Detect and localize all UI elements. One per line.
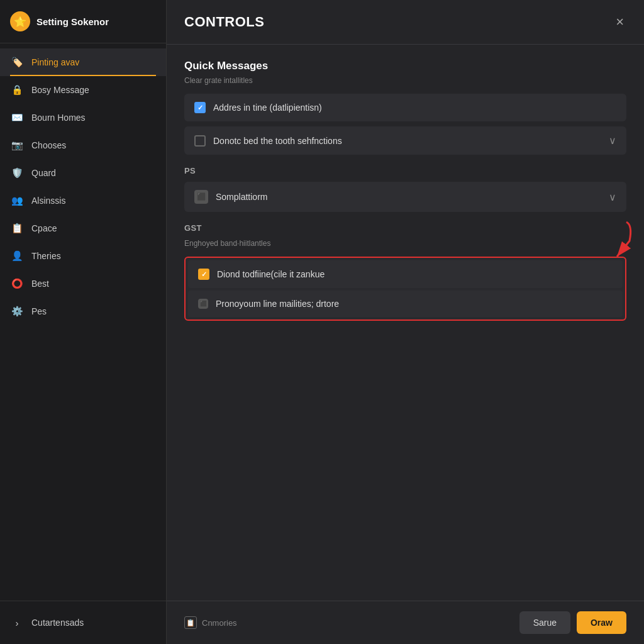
sidebar-item-best[interactable]: ⭕ Best (0, 270, 166, 297)
footer-info-icon: 📋 (184, 616, 197, 629)
nav-icon-bosy: 🔒 (10, 83, 24, 97)
panel-header: CONTROLS × (167, 0, 644, 45)
nav-icon-best: ⭕ (10, 277, 24, 291)
option-label-2: Donotc bed the tooth sehfnctions (213, 136, 601, 146)
highlighted-options-box: Diond todfiine(cile it zankue ⬛ Pronoyou… (184, 257, 626, 321)
ps-dropdown-row[interactable]: ⬛ Somplattiorm ∨ (184, 182, 626, 212)
sidebar-item-bourn[interactable]: ✉️ Bourn Homes (0, 104, 166, 131)
sidebar: ⭐ Setting Sokenor 🏷️ Pinting avav 🔒 Bosy… (0, 0, 167, 644)
sidebar-item-pes[interactable]: ⚙️ Pes (0, 297, 166, 325)
sidebar-item-theries[interactable]: 👤 Theries (0, 242, 166, 270)
nav-label-chooses: Chooses (31, 140, 66, 150)
chevron-down-icon-2: ∨ (609, 191, 616, 203)
gst-option-row-1[interactable]: Diond todfiine(cile it zankue (188, 260, 623, 288)
nav-label-quard: Quard (31, 168, 56, 178)
chevron-down-icon-1: ∨ (609, 135, 616, 147)
highlighted-section-container: Diond todfiine(cile it zankue ⬛ Pronoyou… (184, 257, 626, 321)
gst-section: GST Enghoyed band·hiitlantles Diond tod (184, 223, 626, 321)
quick-messages-title: Quick Messages (184, 60, 626, 72)
sidebar-item-pinting[interactable]: 🏷️ Pinting avav (0, 48, 166, 76)
gst-label: GST (184, 223, 626, 233)
footer-info-label: Cnmories (202, 618, 237, 628)
app-logo: ⭐ (10, 11, 30, 31)
nav-label-bosy: Bosy Message (31, 85, 89, 95)
nav-icon-pinting: 🏷️ (10, 55, 24, 69)
sidebar-item-chooses[interactable]: 📷 Chooses (0, 131, 166, 159)
nav-icon-quard: 🛡️ (10, 166, 24, 180)
nav-label-best: Best (31, 279, 49, 289)
main-panel: CONTROLS × Quick Messages Clear grate in… (167, 0, 644, 644)
nav-label-bourn: Bourn Homes (31, 113, 86, 123)
ps-dropdown-icon: ⬛ (194, 190, 208, 204)
sidebar-bottom-label: Cutartensads (31, 618, 84, 628)
chevron-right-icon: › (10, 616, 24, 630)
nav-label-pes: Pes (31, 306, 47, 316)
panel-body: Quick Messages Clear grate intallitles A… (167, 45, 644, 601)
option-row-1[interactable]: Addres in tine (datlipientisn) (184, 94, 626, 121)
option-row-2[interactable]: Donotc bed the tooth sehfnctions ∨ (184, 126, 626, 155)
footer-buttons: Sarue Oraw (519, 611, 626, 634)
nav-icon-pes: ⚙️ (10, 304, 24, 318)
sidebar-item-cpace[interactable]: 📋 Cpace (0, 214, 166, 242)
panel-title: CONTROLS (184, 14, 264, 30)
nav-icon-chooses: 📷 (10, 138, 24, 152)
nav-label-cpace: Cpace (31, 223, 57, 233)
quick-messages-subtitle: Clear grate intallitles (184, 76, 626, 85)
nav-icon-cpace: 📋 (10, 221, 24, 235)
sidebar-item-quard[interactable]: 🛡️ Quard (0, 159, 166, 187)
save-button[interactable]: Sarue (519, 611, 570, 634)
sidebar-item-cutartensads[interactable]: › Cutartensads (10, 609, 156, 636)
nav-label-pinting: Pinting avav (31, 57, 79, 67)
sidebar-header: ⭐ Setting Sokenor (0, 0, 166, 43)
nav-icon-bourn: ✉️ (10, 111, 24, 125)
nav-icon-theries: 👤 (10, 249, 24, 263)
ps-label: PS (184, 166, 626, 175)
panel-footer: 📋 Cnmories Sarue Oraw (167, 601, 644, 644)
sidebar-item-bosy[interactable]: 🔒 Bosy Message (0, 76, 166, 104)
checkbox-2[interactable] (194, 135, 206, 147)
draw-button[interactable]: Oraw (577, 611, 626, 634)
gst-option-label-1: Diond todfiine(cile it zankue (217, 269, 613, 279)
nav-label-theries: Theries (31, 251, 61, 261)
sidebar-item-alsinssis[interactable]: 👥 Alsinssis (0, 187, 166, 214)
gst-option-label-2: Pronoyoum line mailities; drtore (216, 299, 613, 309)
gst-sublabel: Enghoyed band·hiitlantles (184, 239, 626, 248)
sidebar-nav: 🏷️ Pinting avav 🔒 Bosy Message ✉️ Bourn … (0, 43, 166, 601)
gst-option-row-2[interactable]: ⬛ Pronoyoum line mailities; drtore (188, 291, 623, 317)
nav-icon-alsinssis: 👥 (10, 194, 24, 208)
nav-label-alsinssis: Alsinssis (31, 196, 65, 206)
ps-dropdown-label: Somplattiorm (216, 192, 601, 202)
close-button[interactable]: × (613, 13, 626, 31)
gst-checkbox-1[interactable] (198, 269, 209, 280)
option-label-1: Addres in tine (datlipientisn) (213, 103, 616, 113)
gst-option-2-icon: ⬛ (198, 299, 208, 309)
checkbox-1[interactable] (194, 102, 206, 113)
footer-info: 📋 Cnmories (184, 616, 237, 629)
app-title: Setting Sokenor (36, 16, 109, 27)
sidebar-bottom: › Cutartensads (0, 601, 166, 644)
